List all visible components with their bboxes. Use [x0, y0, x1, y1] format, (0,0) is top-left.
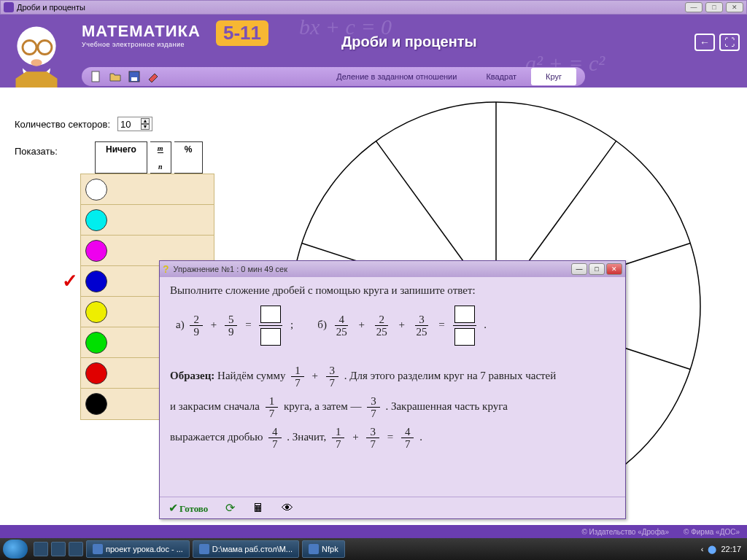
- eye-icon[interactable]: 👁: [282, 502, 293, 515]
- dialog-title: Упражнение №1 : 0 мин 49 сек: [174, 265, 571, 273]
- help-icon: ?: [163, 263, 169, 275]
- swatch-black[interactable]: [85, 393, 107, 415]
- show-tab-percent[interactable]: %: [174, 141, 204, 174]
- logo-text: МАТЕМАТИКА: [82, 22, 201, 41]
- tab-ratio[interactable]: Деление в заданном отношении: [322, 68, 471, 85]
- swatch-blue[interactable]: [85, 271, 107, 292]
- word-icon: [93, 544, 103, 554]
- tab-circle[interactable]: Круг: [531, 68, 576, 85]
- erase-icon[interactable]: [147, 71, 159, 82]
- swatch-yellow[interactable]: [85, 301, 107, 323]
- logo-subtitle: Учебное электронное издание: [82, 41, 201, 48]
- publisher-text: © Издательство «Дрофа»: [581, 528, 669, 536]
- answer-b[interactable]: [453, 306, 476, 346]
- calculator-icon[interactable]: 🖩: [252, 502, 264, 515]
- mode-tabs: Деление в заданном отношении Квадрат Кру…: [322, 68, 576, 85]
- exercise-dialog: ? Упражнение №1 : 0 мин 49 сек — □ ✕ Вып…: [159, 260, 626, 519]
- quicklaunch-icon[interactable]: [51, 542, 66, 556]
- app-title: Дроби и проценты: [17, 3, 685, 12]
- taskbar: проект урока.doc - ... D:\мама раб.стол\…: [0, 538, 747, 560]
- dialog-footer: ✔Готово ⟳ 🖩 👁: [160, 497, 625, 518]
- dialog-titlebar[interactable]: ? Упражнение №1 : 0 мин 49 сек — □ ✕: [160, 261, 625, 277]
- done-button[interactable]: ✔Готово: [169, 501, 208, 515]
- clock[interactable]: 22:17: [721, 545, 741, 553]
- spinner-down[interactable]: ▼: [141, 124, 150, 130]
- svg-rect-4: [92, 71, 99, 82]
- task-item[interactable]: проект урока.doc - ...: [86, 540, 190, 558]
- dialog-close[interactable]: ✕: [606, 263, 622, 275]
- swatch-cyan[interactable]: [85, 209, 107, 231]
- tray-expand-icon[interactable]: ‹: [701, 545, 704, 553]
- mascot-image: [0, 20, 73, 88]
- spinner-up[interactable]: ▲: [141, 118, 150, 124]
- app-icon: [4, 2, 14, 12]
- open-icon[interactable]: [109, 71, 121, 82]
- dialog-maximize[interactable]: □: [589, 263, 605, 275]
- back-button[interactable]: ←: [694, 34, 715, 51]
- quicklaunch-icon[interactable]: [34, 542, 48, 556]
- footer-bar: © Издательство «Дрофа» © Фирма «ДОС»: [0, 525, 747, 538]
- sector-count-spinner[interactable]: 10 ▲ ▼: [117, 117, 152, 131]
- firm-text: © Фирма «ДОС»: [684, 528, 740, 536]
- svg-rect-6: [131, 77, 137, 81]
- task-text: Выполните сложение дробей с помощью круг…: [170, 284, 615, 297]
- system-tray[interactable]: ‹ ⬤ 22:17: [701, 545, 744, 554]
- tab-square[interactable]: Квадрат: [471, 68, 531, 85]
- svg-point-3: [31, 59, 42, 66]
- refresh-icon[interactable]: ⟳: [225, 501, 235, 515]
- app-header: bx + c = 0 a² + = c² МАТЕМАТИКА Учебное …: [0, 15, 747, 88]
- show-tab-nothing[interactable]: Ничего: [95, 141, 147, 174]
- start-button[interactable]: [3, 540, 28, 559]
- task-item[interactable]: D:\мама раб.стол\М...: [193, 540, 299, 558]
- save-icon[interactable]: [128, 71, 140, 82]
- check-icon: ✓: [62, 270, 78, 292]
- problem-a: а) 29 + 59 = ;: [176, 306, 295, 346]
- color-row[interactable]: [81, 174, 214, 205]
- swatch-magenta[interactable]: [85, 240, 107, 262]
- close-button[interactable]: ✕: [726, 2, 743, 12]
- show-tab-fraction[interactable]: mn: [150, 141, 171, 174]
- task-item[interactable]: Nfpk: [302, 540, 345, 558]
- sector-count-value: 10: [120, 119, 141, 130]
- swatch-green[interactable]: [85, 332, 107, 354]
- answer-a[interactable]: [259, 306, 282, 346]
- fullscreen-button[interactable]: ⛶: [719, 34, 740, 51]
- new-icon[interactable]: [90, 71, 102, 82]
- folder-icon: [199, 544, 209, 554]
- swatch-white[interactable]: [85, 179, 107, 201]
- tray-icon[interactable]: ⬤: [708, 545, 716, 554]
- quicklaunch-icon[interactable]: [69, 542, 83, 556]
- sector-count-label: Количество секторов:: [15, 119, 110, 130]
- swatch-red[interactable]: [85, 362, 107, 384]
- dialog-minimize[interactable]: —: [571, 263, 587, 275]
- problem-b: б) 425 + 225 + 325 = .: [317, 306, 489, 346]
- color-row[interactable]: [81, 205, 214, 236]
- toolbar: Деление в заданном отношении Квадрат Кру…: [82, 67, 585, 86]
- maximize-button[interactable]: □: [705, 2, 723, 12]
- dialog-body: Выполните сложение дробей с помощью круг…: [160, 277, 625, 459]
- logo: МАТЕМАТИКА Учебное электронное издание: [82, 22, 201, 48]
- section-title: Дроби и проценты: [341, 34, 477, 50]
- minimize-button[interactable]: —: [685, 2, 703, 12]
- show-label: Показать:: [15, 141, 95, 157]
- app-titlebar: Дроби и проценты — □ ✕: [0, 0, 747, 15]
- app-icon: [309, 544, 319, 554]
- sample-solution: Образец: Найдём сумму 17 + 37 . Для этог…: [170, 360, 615, 452]
- grade-badge: 5-11: [216, 20, 268, 46]
